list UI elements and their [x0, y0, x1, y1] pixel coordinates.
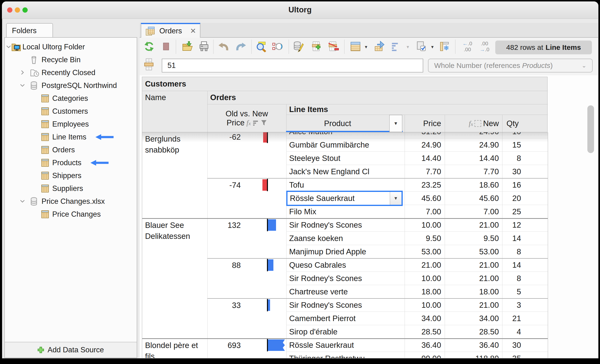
delta-column-header[interactable]: Old vs. New Price fx — [207, 104, 286, 132]
delta-value[interactable]: 693 — [209, 339, 241, 353]
chevron-down-icon[interactable] — [19, 198, 26, 205]
sidebar-item-price-changes-xlsx[interactable]: Price Changes.xlsx — [5, 195, 136, 207]
add-row-icon[interactable] — [311, 41, 322, 52]
product-cell[interactable]: Camembert Pierrot — [289, 312, 401, 325]
sidebar-item-postgresql-northwind[interactable]: PostgreSQL Northwind — [5, 80, 136, 91]
query-lens-icon[interactable] — [272, 41, 283, 52]
product-cell[interactable]: Sir Rodney's Scones — [289, 299, 401, 312]
product-cell[interactable]: Steeleye Stout — [289, 152, 401, 165]
delta-value[interactable]: -62 — [209, 132, 241, 145]
product-column-header[interactable]: Product — [286, 115, 389, 132]
increase-decimal-icon[interactable]: ←.0 .00 — [459, 41, 475, 53]
new-price-cell[interactable]: 21.00 — [445, 218, 499, 232]
new-price-cell[interactable]: 9.50 — [445, 232, 499, 245]
new-price-cell[interactable]: 45.60 — [445, 192, 499, 205]
sidebar-item-employees[interactable]: Employees — [5, 118, 136, 130]
new-price-cell[interactable]: 21.00 — [445, 299, 499, 312]
product-cell[interactable]: Tofu — [289, 178, 401, 192]
decrease-decimal-icon[interactable]: .00 →.0 — [477, 41, 492, 53]
delta-value[interactable]: 33 — [209, 300, 241, 313]
qty-cell[interactable]: 8 — [502, 152, 521, 165]
product-cell[interactable]: Manjimup Dried Apple — [289, 245, 401, 258]
qty-cell[interactable]: 25 — [502, 205, 521, 218]
table-style-icon[interactable] — [350, 41, 361, 52]
open-file-icon[interactable] — [182, 41, 193, 52]
product-cell[interactable]: Thüringer Rostbratwu — [289, 352, 401, 358]
sidebar-item-local-ultorg-folder[interactable]: Local Ultorg Folder — [5, 41, 136, 53]
row-bars-icon[interactable] — [390, 41, 402, 52]
price-cell[interactable]: 31.20 — [405, 132, 441, 138]
name-column-header[interactable]: Name — [145, 91, 166, 104]
qty-column-header[interactable]: Qty — [506, 115, 519, 132]
customer-name-cell[interactable]: Blauer See Delikatessen — [145, 220, 206, 242]
sidebar-item-recently-closed[interactable]: Recently Closed — [5, 67, 136, 79]
delta-value[interactable]: 132 — [209, 219, 241, 233]
new-price-cell[interactable]: 7.00 — [445, 205, 499, 218]
sidebar-item-orders[interactable]: Orders — [5, 144, 136, 156]
price-cell[interactable]: 10.00 — [405, 272, 441, 285]
chevron-down-icon[interactable] — [6, 44, 12, 50]
product-cell[interactable]: Sirop d'érable — [289, 325, 401, 338]
qty-cell[interactable]: 8 — [502, 272, 521, 285]
price-cell[interactable]: 99.00 — [405, 352, 441, 358]
qty-cell[interactable]: 12 — [502, 218, 521, 232]
price-cell[interactable]: 34.00 — [405, 312, 441, 325]
price-cell[interactable]: 24.90 — [405, 138, 441, 152]
tab-orders[interactable]: Orders ✕ — [141, 23, 200, 38]
product-cell[interactable]: Jack's New England Cl — [289, 165, 401, 178]
qty-cell[interactable]: 30 — [502, 338, 521, 352]
qty-cell[interactable]: 10 — [502, 132, 521, 138]
qty-cell[interactable]: 14 — [502, 232, 521, 245]
price-cell[interactable]: 23.25 — [405, 178, 441, 192]
validate-icon[interactable] — [415, 41, 427, 52]
new-price-cell[interactable]: 21.00 — [445, 272, 499, 285]
new-price-cell[interactable]: 14.40 — [445, 152, 499, 165]
sidebar-item-line-items[interactable]: Line Items — [5, 131, 136, 143]
field-type-dropdown[interactable]: Whole Number (references Products) ⌄ — [428, 59, 593, 73]
product-cell[interactable]: Chartreuse verte — [289, 285, 401, 299]
price-cell[interactable]: 28.50 — [405, 325, 441, 338]
new-price-cell[interactable]: 21.00 — [445, 258, 499, 272]
price-cell[interactable]: 7.70 — [405, 165, 441, 178]
delta-value[interactable]: -74 — [209, 179, 241, 193]
product-cell[interactable]: Rössle Sauerkraut — [289, 338, 401, 352]
price-cell[interactable]: 9.50 — [405, 232, 441, 245]
qty-cell[interactable]: 3 — [502, 299, 521, 312]
customers-group-header[interactable]: Customers — [145, 77, 186, 91]
new-price-cell[interactable]: 7.70 — [445, 165, 499, 178]
qty-cell[interactable]: 8 — [502, 245, 521, 258]
new-price-cell[interactable]: 53.00 — [445, 245, 499, 258]
customer-name-cell[interactable]: Berglunds snabbköp — [145, 134, 206, 155]
price-cell[interactable]: 53.00 — [405, 245, 441, 258]
table-style-caret-icon[interactable]: ▼ — [364, 45, 368, 50]
sidebar-item-products[interactable]: Products — [5, 157, 136, 169]
new-price-cell[interactable]: 28.50 — [445, 325, 499, 338]
qty-cell[interactable]: 20 — [502, 192, 521, 205]
delta-value[interactable]: 88 — [209, 259, 241, 273]
refresh-icon[interactable] — [143, 41, 155, 52]
new-price-cell[interactable]: 24.96 — [445, 132, 499, 138]
price-cell[interactable]: 10.00 — [405, 218, 441, 232]
qty-cell[interactable]: 35 — [502, 352, 521, 358]
folders-tab[interactable]: Folders — [6, 23, 53, 38]
price-cell[interactable]: 18.00 — [405, 285, 441, 299]
price-cell[interactable]: 10.00 — [405, 299, 441, 312]
new-price-cell[interactable]: 24.90 — [445, 138, 499, 152]
new-price-cell[interactable]: 36.40 — [445, 338, 499, 352]
price-cell[interactable]: 36.40 — [405, 338, 441, 352]
product-cell[interactable]: Sir Rodney's Scones — [289, 272, 401, 285]
add-data-source-button[interactable]: Add Data Source — [5, 342, 137, 358]
export-table-icon[interactable] — [374, 41, 385, 52]
product-cell[interactable]: Zaanse koeken — [289, 232, 401, 245]
new-price-cell[interactable]: 118.80 — [445, 352, 499, 358]
row-selector-icon[interactable] — [143, 59, 155, 70]
price-cell[interactable]: 7.00 — [405, 205, 441, 218]
undo-icon[interactable] — [218, 41, 229, 52]
qty-cell[interactable]: 21 — [502, 312, 521, 325]
find-icon[interactable] — [256, 41, 267, 52]
sidebar-item-categories[interactable]: Categories — [5, 92, 136, 104]
product-cell[interactable]: Sir Rodney's Scones — [289, 218, 401, 232]
product-dropdown-button[interactable]: ▼ — [389, 115, 402, 132]
qty-cell[interactable]: 16 — [502, 178, 521, 192]
orders-group-header[interactable]: Orders — [210, 91, 236, 104]
